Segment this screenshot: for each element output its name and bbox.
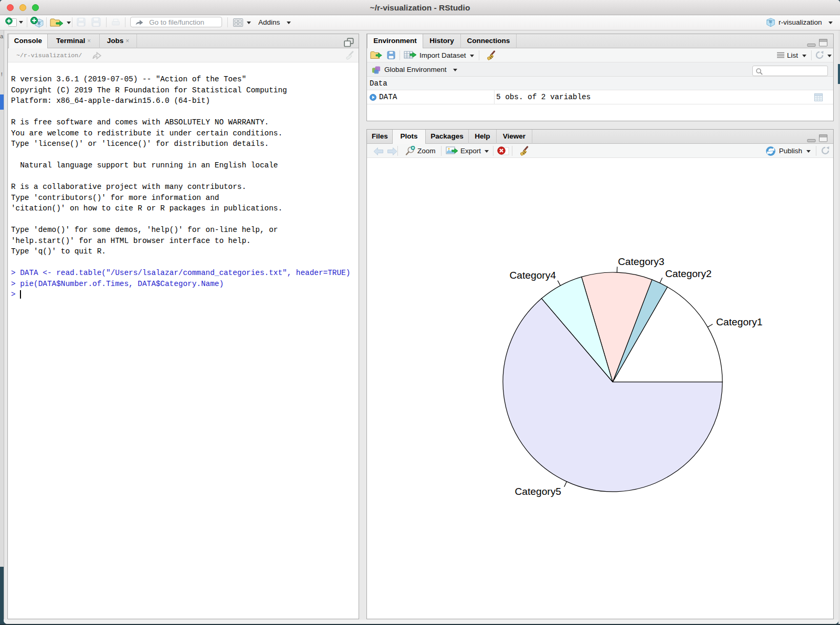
svg-text:Category4: Category4 xyxy=(509,270,556,281)
svg-text:Category3: Category3 xyxy=(618,256,665,267)
svg-text:R: R xyxy=(769,19,773,24)
svg-text:R: R xyxy=(38,20,41,26)
svg-text:Category5: Category5 xyxy=(514,486,561,497)
svg-text:Category2: Category2 xyxy=(665,268,712,279)
svg-text:Category1: Category1 xyxy=(716,316,763,327)
